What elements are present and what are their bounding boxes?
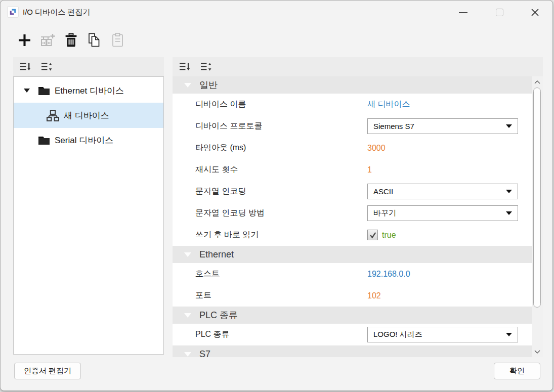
encoding-method-dropdown[interactable]: 바꾸기: [367, 205, 518, 221]
device-tree-panel: Ethernet 디바이스 새 디바이스 Serial 디바이스: [13, 57, 164, 355]
property-panel: 일반 디바이스 이름 새 디바이스 디바이스 프로토콜 Siemens S7 타…: [173, 57, 543, 357]
plc-type-dropdown[interactable]: LOGO! 시리즈: [367, 327, 518, 342]
sort-descending-icon[interactable]: [178, 61, 191, 73]
certificate-editor-button[interactable]: 인증서 편집기: [14, 363, 81, 379]
minimize-button[interactable]: [453, 4, 473, 21]
tree-item-label: 새 디바이스: [64, 110, 109, 121]
tree-expander-icon[interactable]: [24, 89, 30, 93]
property-row-encoding-method: 문자열 인코딩 방법 바꾸기: [173, 202, 532, 224]
scroll-up-button[interactable]: [532, 77, 543, 86]
property-label: 재시도 횟수: [195, 164, 367, 175]
protocol-dropdown[interactable]: Siemens S7: [367, 118, 518, 134]
section-s7[interactable]: S7: [173, 345, 532, 357]
property-label: 쓰기 후 바로 읽기: [195, 230, 367, 240]
tree-item-ethernet-devices[interactable]: Ethernet 디바이스: [14, 78, 163, 103]
tree-item-new-device[interactable]: 새 디바이스: [14, 103, 163, 128]
section-label: PLC 종류: [199, 309, 238, 321]
chevron-down-icon: [506, 333, 512, 336]
collapse-triangle-icon: [184, 313, 191, 318]
section-label: Ethernet: [199, 249, 234, 260]
dropdown-value: Siemens S7: [373, 122, 414, 130]
maximize-button: [490, 4, 509, 21]
chevron-down-icon: [506, 124, 512, 128]
tree-item-serial-devices[interactable]: Serial 디바이스: [14, 128, 163, 152]
paste-icon: [111, 33, 124, 47]
section-ethernet[interactable]: Ethernet: [173, 246, 532, 263]
tree-item-label: Ethernet 디바이스: [55, 85, 124, 97]
delete-button[interactable]: [62, 30, 79, 50]
collapse-triangle-icon: [184, 252, 191, 257]
property-row-device-name: 디바이스 이름 새 디바이스: [173, 94, 532, 115]
timeout-value[interactable]: 3000: [367, 144, 386, 153]
sort-descending-icon[interactable]: [19, 61, 32, 73]
station-plus-icon: [40, 33, 55, 47]
property-row-plc-type: PLC 종류 LOGO! 시리즈: [173, 324, 532, 345]
device-name-value[interactable]: 새 디바이스: [367, 99, 410, 110]
property-grid: 일반 디바이스 이름 새 디바이스 디바이스 프로토콜 Siemens S7 타…: [173, 76, 532, 357]
main-toolbar: [1, 29, 552, 51]
folder-icon: [38, 136, 50, 145]
add-device-button[interactable]: [16, 30, 33, 50]
property-toolbar: [173, 57, 543, 76]
chevron-up-icon: [534, 80, 540, 84]
checkbox-value-label: true: [382, 231, 396, 240]
property-label: 문자열 인코딩: [195, 186, 367, 197]
minimize-icon: [459, 12, 467, 13]
maximize-icon: [496, 9, 503, 16]
collapse-triangle-icon: [184, 83, 191, 88]
titlebar: I/O 디바이스 편집기: [1, 1, 552, 24]
check-icon: [369, 231, 377, 239]
paste-button: [109, 30, 126, 50]
window-title: I/O 디바이스 편집기: [23, 1, 90, 24]
folder-icon: [38, 86, 50, 96]
close-button[interactable]: [525, 4, 544, 21]
property-row-port: 포트 102: [173, 285, 532, 307]
device-tree: Ethernet 디바이스 새 디바이스 Serial 디바이스: [13, 76, 164, 355]
property-row-host: 호스트 192.168.0.0: [173, 263, 532, 285]
dropdown-value: 바꾸기: [373, 208, 396, 218]
property-label: PLC 종류: [195, 329, 367, 340]
property-row-read-after-write: 쓰기 후 바로 읽기 true: [173, 224, 532, 246]
property-label: 디바이스 프로토콜: [195, 121, 367, 132]
copy-icon: [88, 33, 101, 47]
read-after-write-checkbox[interactable]: [367, 230, 378, 240]
property-label: 타임아웃 (ms): [195, 143, 367, 153]
property-label: 포트: [195, 290, 367, 301]
trash-icon: [65, 33, 77, 47]
chevron-down-icon: [506, 211, 512, 215]
close-icon: [531, 8, 539, 17]
property-label: 문자열 인코딩 방법: [195, 208, 367, 219]
app-logo-icon: [7, 6, 19, 18]
property-row-string-encoding: 문자열 인코딩 ASCII: [173, 181, 532, 202]
section-plc-type[interactable]: PLC 종류: [173, 307, 532, 324]
add-station-button: [39, 30, 56, 50]
chevron-down-icon: [506, 190, 512, 193]
sort-updown-icon[interactable]: [199, 61, 212, 73]
sort-updown-icon[interactable]: [40, 61, 53, 73]
host-value[interactable]: 192.168.0.0: [367, 270, 410, 279]
retry-count-value[interactable]: 1: [367, 165, 372, 175]
scroll-down-button[interactable]: [532, 347, 543, 356]
network-device-icon: [47, 110, 59, 121]
section-label: 일반: [199, 79, 218, 91]
property-row-protocol: 디바이스 프로토콜 Siemens S7: [173, 115, 532, 137]
io-device-editor-window: I/O 디바이스 편집기: [0, 0, 553, 391]
property-label: 디바이스 이름: [195, 99, 367, 110]
property-row-timeout: 타임아웃 (ms) 3000: [173, 137, 532, 159]
scrollbar-thumb[interactable]: [533, 88, 541, 308]
tree-toolbar: [13, 57, 164, 76]
collapse-triangle-icon: [184, 352, 191, 357]
ok-button[interactable]: 확인: [494, 363, 540, 379]
property-row-retry-count: 재시도 횟수 1: [173, 159, 532, 181]
string-encoding-dropdown[interactable]: ASCII: [367, 184, 518, 199]
copy-button[interactable]: [86, 30, 103, 50]
section-general[interactable]: 일반: [173, 76, 532, 94]
port-value[interactable]: 102: [367, 291, 381, 300]
chevron-down-icon: [534, 350, 540, 354]
plus-icon: [17, 33, 32, 48]
dropdown-value: ASCII: [373, 187, 393, 196]
tree-item-label: Serial 디바이스: [55, 135, 113, 146]
dropdown-value: LOGO! 시리즈: [373, 330, 422, 339]
vertical-scrollbar[interactable]: [532, 76, 543, 357]
section-label: S7: [199, 349, 210, 358]
